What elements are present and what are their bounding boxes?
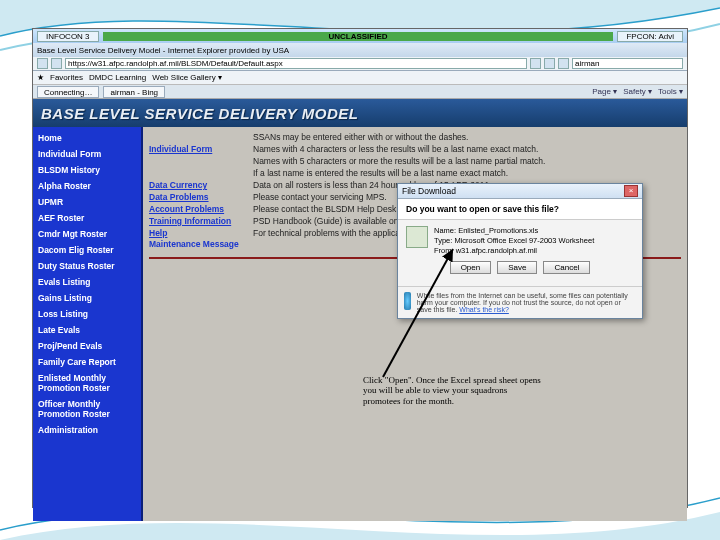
lab-account-problems[interactable]: Account Problems	[149, 204, 247, 214]
tab-strip: Connecting… airman - Bing Page ▾ Safety …	[33, 85, 687, 99]
sidebar-item-evals-listing[interactable]: Evals Listing	[33, 274, 141, 290]
tab-connecting[interactable]: Connecting…	[37, 86, 99, 98]
favorites-bar: ★ Favorites DMDC Learning Web Slice Gall…	[33, 71, 687, 85]
favorites-label: Favorites	[50, 73, 83, 82]
dialog-warning: While files from the Internet can be use…	[398, 286, 642, 318]
menu-page[interactable]: Page ▾	[592, 87, 617, 96]
search-input[interactable]	[572, 58, 683, 69]
sidebar-item-blsdm-history[interactable]: BLSDM History	[33, 162, 141, 178]
refresh-icon[interactable]	[530, 58, 541, 69]
excel-file-icon	[406, 226, 428, 248]
shield-icon	[404, 292, 411, 310]
lab-data-currency[interactable]: Data Currency	[149, 180, 247, 190]
instruction-callout: Click "Open". Once the Excel spread shee…	[363, 375, 543, 406]
sidebar-item-alpha-roster[interactable]: Alpha Roster	[33, 178, 141, 194]
url-input[interactable]	[65, 58, 527, 69]
classification-label: UNCLASSIFIED	[103, 32, 614, 41]
file-download-dialog: File Download × Do you want to open or s…	[397, 183, 643, 319]
stop-icon[interactable]	[544, 58, 555, 69]
sidebar-item-dacom-elig-roster[interactable]: Dacom Elig Roster	[33, 242, 141, 258]
dialog-question: Do you want to open or save this file?	[398, 199, 642, 220]
favorites-star-icon[interactable]: ★	[37, 73, 44, 82]
browser-window: INFOCON 3 UNCLASSIFIED FPCON: Advi Base …	[32, 28, 688, 508]
sidebar-item-loss-listing[interactable]: Loss Listing	[33, 306, 141, 322]
address-bar	[33, 57, 687, 71]
sidebar-item-enlisted-promotion-roster[interactable]: Enlisted Monthly Promotion Roster	[33, 370, 141, 396]
sidebar-item-aef-roster[interactable]: AEF Roster	[33, 210, 141, 226]
window-title: Base Level Service Delivery Model - Inte…	[37, 46, 289, 55]
whats-the-risk-link[interactable]: What's the risk?	[459, 306, 509, 313]
menu-tools[interactable]: Tools ▾	[658, 87, 683, 96]
save-button[interactable]: Save	[497, 261, 537, 274]
app-banner: BASE LEVEL SERVICE DELIVERY MODEL	[33, 99, 687, 127]
lab-help[interactable]: Help	[149, 228, 247, 238]
sidebar-item-cmdr-mgt-roster[interactable]: Cmdr Mgt Roster	[33, 226, 141, 242]
main-content: SSANs may be entered either with or with…	[143, 127, 687, 521]
fav-link-0[interactable]: DMDC Learning	[89, 73, 146, 82]
search-icon[interactable]	[558, 58, 569, 69]
lab-data-problems[interactable]: Data Problems	[149, 192, 247, 202]
command-bar: Page ▾ Safety ▾ Tools ▾	[574, 87, 683, 96]
sidebar-item-administration[interactable]: Administration	[33, 422, 141, 438]
infocon-badge: INFOCON 3	[37, 31, 99, 42]
note-ssan: SSANs may be entered either with or with…	[253, 132, 681, 142]
fpcon-badge: FPCON: Advi	[617, 31, 683, 42]
file-type: Microsoft Office Excel 97-2003 Worksheet	[454, 236, 594, 245]
dialog-title: File Download	[402, 186, 456, 196]
sidebar-item-duty-status-roster[interactable]: Duty Status Roster	[33, 258, 141, 274]
cancel-button[interactable]: Cancel	[543, 261, 590, 274]
sidebar: Home Individual Form BLSDM History Alpha…	[33, 127, 143, 521]
sidebar-item-home[interactable]: Home	[33, 130, 141, 146]
fav-link-1[interactable]: Web Slice Gallery ▾	[152, 73, 222, 82]
sidebar-item-officer-promotion-roster[interactable]: Officer Monthly Promotion Roster	[33, 396, 141, 422]
sidebar-item-proj-pend-evals[interactable]: Proj/Pend Evals	[33, 338, 141, 354]
sidebar-item-gains-listing[interactable]: Gains Listing	[33, 290, 141, 306]
open-button[interactable]: Open	[450, 261, 492, 274]
file-from: w31.afpc.randolph.af.mil	[456, 246, 537, 255]
close-icon[interactable]: ×	[624, 185, 638, 197]
tab-airman[interactable]: airman - Bing	[103, 86, 165, 98]
back-icon[interactable]	[37, 58, 48, 69]
lab-individual-form[interactable]: Individual Form	[149, 144, 247, 154]
sidebar-item-upmr[interactable]: UPMR	[33, 194, 141, 210]
page-title: BASE LEVEL SERVICE DELIVERY MODEL	[41, 105, 358, 122]
file-name: Enlisted_Promotions.xls	[458, 226, 538, 235]
dialog-titlebar: File Download ×	[398, 184, 642, 199]
lab-training-info[interactable]: Training Information	[149, 216, 247, 226]
menu-safety[interactable]: Safety ▾	[623, 87, 652, 96]
window-titlebar: Base Level Service Delivery Model - Inte…	[33, 43, 687, 57]
sidebar-item-family-care-report[interactable]: Family Care Report	[33, 354, 141, 370]
sidebar-item-individual-form[interactable]: Individual Form	[33, 146, 141, 162]
classification-bar: INFOCON 3 UNCLASSIFIED FPCON: Advi	[33, 29, 687, 43]
sidebar-item-late-evals[interactable]: Late Evals	[33, 322, 141, 338]
forward-icon[interactable]	[51, 58, 62, 69]
